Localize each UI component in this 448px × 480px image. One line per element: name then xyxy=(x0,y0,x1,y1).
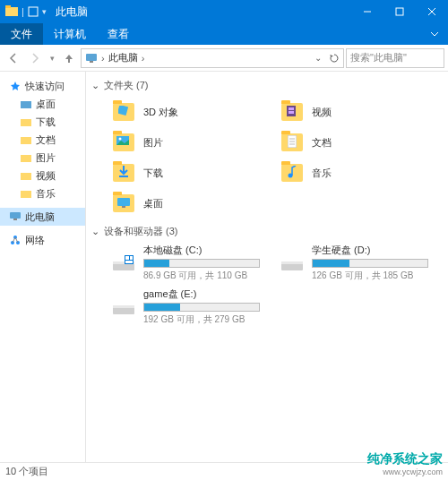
folder-icon xyxy=(20,151,32,164)
file-tab[interactable]: 文件 xyxy=(0,23,43,45)
sidebar-item-downloads[interactable]: 下载 xyxy=(0,113,85,131)
svg-rect-45 xyxy=(113,305,134,308)
item-count: 10 个项目 xyxy=(5,465,48,478)
forward-button[interactable] xyxy=(25,48,45,68)
qat-icon[interactable] xyxy=(28,6,39,17)
svg-rect-0 xyxy=(5,7,18,16)
titlebar: | ▾ 此电脑 xyxy=(0,0,448,23)
svg-rect-16 xyxy=(13,219,17,220)
sidebar-item-music[interactable]: 音乐 xyxy=(0,184,85,202)
star-icon xyxy=(9,80,22,92)
drive-d[interactable]: 学生硬盘 (D:) 126 GB 可用，共 185 GB xyxy=(280,244,444,282)
navigation-pane: 快速访问 桌面 下载 文档 图片 视频 音乐 此电脑 网络 xyxy=(0,72,86,462)
svg-rect-8 xyxy=(90,61,93,63)
sidebar-item-desktop[interactable]: 桌面 xyxy=(0,95,85,113)
window-title: 此电脑 xyxy=(56,4,88,20)
svg-rect-12 xyxy=(21,155,31,162)
maximize-button[interactable] xyxy=(383,0,416,23)
svg-rect-11 xyxy=(21,137,31,144)
folder-documents[interactable]: 文档 xyxy=(280,128,444,157)
svg-rect-40 xyxy=(130,256,133,260)
folder-downloads[interactable]: 下载 xyxy=(111,159,276,187)
folder-icon xyxy=(20,116,32,128)
content-pane: ⌄ 文件夹 (7) 3D 对象 视频 图片 文档 下载 音乐 桌面 ⌄ 设备和驱… xyxy=(86,72,448,462)
search-input[interactable]: 搜索"此电脑" xyxy=(346,48,444,68)
folder-icon xyxy=(20,98,32,110)
chevron-down-icon: ⌄ xyxy=(91,80,100,91)
breadcrumb-current[interactable]: 此电脑 xyxy=(108,51,138,64)
svg-point-27 xyxy=(119,138,122,141)
svg-rect-1 xyxy=(5,5,11,8)
svg-rect-15 xyxy=(10,212,21,219)
folder-icon xyxy=(20,133,32,146)
folder-videos[interactable]: 视频 xyxy=(280,98,444,126)
sidebar-item-documents[interactable]: 文档 xyxy=(0,131,85,149)
drives-group-header[interactable]: ⌄ 设备和驱动器 (3) xyxy=(91,225,444,238)
breadcrumb-bar[interactable]: › 此电脑 › ⌄ xyxy=(81,48,344,68)
ribbon-expand-button[interactable] xyxy=(421,23,448,45)
sidebar-item-pictures[interactable]: 图片 xyxy=(0,149,85,167)
refresh-icon[interactable] xyxy=(329,53,340,64)
chevron-right-icon[interactable]: › xyxy=(101,53,105,64)
folder-icon xyxy=(20,169,32,182)
qat-dropdown-icon[interactable]: ▾ xyxy=(42,7,47,16)
svg-rect-2 xyxy=(29,7,38,16)
svg-rect-39 xyxy=(125,256,129,260)
svg-rect-4 xyxy=(396,8,403,15)
dropdown-icon[interactable]: ⌄ xyxy=(314,53,322,63)
watermark: 纯净系统之家 www.ycwjzy.com xyxy=(367,451,443,476)
svg-rect-35 xyxy=(122,206,125,208)
back-button[interactable] xyxy=(4,48,23,68)
up-button[interactable] xyxy=(59,48,79,68)
drive-icon xyxy=(280,253,305,274)
view-tab[interactable]: 查看 xyxy=(97,23,140,45)
recent-button[interactable]: ▾ xyxy=(47,48,57,68)
ribbon-tabs: 文件 计算机 查看 xyxy=(0,23,448,45)
computer-tab[interactable]: 计算机 xyxy=(43,23,97,45)
divider-icon: | xyxy=(22,6,24,17)
drive-e[interactable]: game盘 (E:) 192 GB 可用，共 279 GB xyxy=(111,287,276,326)
pc-icon xyxy=(9,210,22,223)
drive-icon xyxy=(111,296,136,318)
folder-pictures[interactable]: 图片 xyxy=(111,128,276,157)
folder-3d-objects[interactable]: 3D 对象 xyxy=(111,98,276,126)
svg-rect-9 xyxy=(21,101,31,108)
folder-icon xyxy=(20,187,32,200)
sidebar-item-videos[interactable]: 视频 xyxy=(0,167,85,184)
capacity-bar xyxy=(143,259,260,268)
pc-icon xyxy=(85,53,98,64)
sidebar-this-pc[interactable]: 此电脑 xyxy=(0,208,85,226)
folders-group-header[interactable]: ⌄ 文件夹 (7) xyxy=(91,79,444,92)
svg-rect-7 xyxy=(86,54,97,61)
folder-desktop[interactable]: 桌面 xyxy=(111,189,276,218)
capacity-bar xyxy=(143,303,260,312)
chevron-down-icon: ⌄ xyxy=(91,226,100,237)
capacity-bar xyxy=(312,259,428,268)
svg-rect-24 xyxy=(289,107,294,110)
drive-c[interactable]: 本地磁盘 (C:) 86.9 GB 可用，共 110 GB xyxy=(111,244,276,282)
svg-rect-34 xyxy=(117,198,130,206)
sidebar-quick-access[interactable]: 快速访问 xyxy=(0,77,85,95)
chevron-right-icon[interactable]: › xyxy=(142,53,145,64)
svg-rect-14 xyxy=(21,191,31,198)
svg-rect-25 xyxy=(289,111,294,114)
svg-rect-10 xyxy=(21,119,31,126)
network-icon xyxy=(9,234,22,246)
address-bar: ▾ › 此电脑 › ⌄ 搜索"此电脑" xyxy=(0,45,448,72)
sidebar-network[interactable]: 网络 xyxy=(0,231,85,249)
svg-rect-41 xyxy=(125,261,133,263)
explorer-icon xyxy=(5,5,18,18)
drive-icon xyxy=(111,253,136,274)
folder-music[interactable]: 音乐 xyxy=(280,159,444,187)
close-button[interactable] xyxy=(416,0,448,23)
svg-rect-22 xyxy=(118,106,128,116)
minimize-button[interactable] xyxy=(351,0,383,23)
svg-rect-43 xyxy=(281,261,303,264)
svg-rect-13 xyxy=(21,173,31,180)
